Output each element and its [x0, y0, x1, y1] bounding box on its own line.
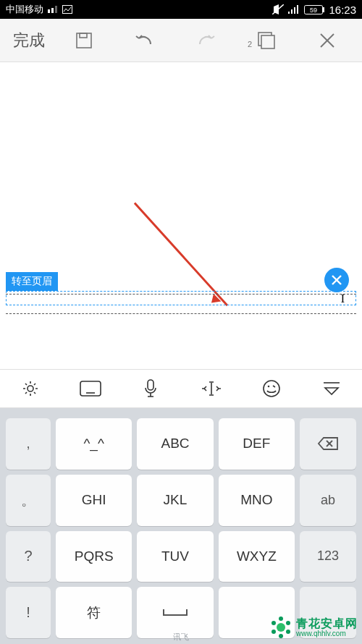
svg-point-41	[277, 623, 285, 632]
cursor-mode-button[interactable]	[181, 370, 241, 407]
svg-point-36	[268, 386, 269, 387]
svg-point-35	[264, 381, 279, 397]
svg-rect-1	[51, 8, 54, 13]
svg-rect-10	[323, 7, 324, 12]
svg-rect-2	[55, 6, 57, 13]
svg-point-44	[286, 630, 290, 634]
settings-button[interactable]	[0, 370, 60, 407]
svg-rect-5	[288, 12, 290, 14]
svg-point-22	[28, 386, 33, 391]
key-mode-123[interactable]: 123	[300, 531, 356, 582]
ime-toolbar	[0, 369, 362, 408]
svg-rect-8	[297, 5, 298, 14]
key-backspace[interactable]	[300, 418, 356, 470]
svg-rect-6	[291, 9, 292, 14]
svg-point-42	[279, 617, 283, 621]
svg-point-45	[279, 634, 283, 638]
key-exclaim[interactable]: !	[6, 587, 51, 638]
battery-icon: 59	[304, 5, 324, 14]
key-def[interactable]: DEF	[219, 418, 295, 470]
voice-input-button[interactable]	[121, 370, 181, 407]
keyboard-switch-button[interactable]	[60, 370, 120, 407]
header-close-button[interactable]	[324, 268, 349, 292]
status-icon-1	[48, 6, 58, 13]
app-toolbar: 完成 2	[0, 19, 362, 62]
carrier-label: 中国移动	[6, 3, 43, 16]
time-label: 16:23	[329, 4, 356, 16]
close-button[interactable]	[297, 33, 358, 48]
svg-text:59: 59	[310, 7, 317, 14]
undo-button[interactable]	[114, 33, 175, 48]
svg-rect-15	[261, 35, 274, 48]
key-question[interactable]: ?	[6, 531, 51, 582]
signal-icon	[288, 5, 300, 14]
svg-rect-0	[48, 9, 50, 13]
svg-point-43	[286, 621, 290, 625]
emoji-button[interactable]	[241, 370, 301, 407]
document-canvas[interactable]: 转至页眉 I	[0, 62, 362, 369]
save-button[interactable]	[54, 31, 114, 50]
key-jkl[interactable]: JKL	[137, 475, 213, 526]
mute-icon	[272, 4, 284, 14]
svg-point-46	[272, 630, 276, 634]
watermark-url: www.qhhlv.com	[296, 630, 358, 637]
key-pqrs[interactable]: PQRS	[56, 531, 132, 582]
redo-button[interactable]	[175, 33, 236, 48]
picture-icon	[62, 5, 72, 14]
header-body-divider	[6, 294, 356, 314]
svg-rect-23	[80, 381, 101, 396]
collapse-keyboard-button[interactable]	[302, 370, 362, 407]
watermark: 青花安卓网 www.qhhlv.com	[269, 615, 358, 640]
text-cursor: I	[341, 292, 345, 305]
watermark-logo-icon	[269, 615, 293, 640]
ime-brand-label: 讯飞	[173, 632, 189, 643]
go-to-header-button[interactable]: 转至页眉	[6, 272, 58, 291]
svg-rect-12	[77, 33, 91, 48]
key-wxyz[interactable]: WXYZ	[219, 531, 295, 582]
key-space[interactable]	[137, 587, 213, 638]
status-bar: 中国移动 59 16:23	[0, 0, 362, 19]
key-symbol[interactable]: 符	[56, 587, 132, 638]
page-count: 2	[248, 40, 252, 48]
svg-rect-13	[80, 33, 87, 38]
done-button[interactable]: 完成	[4, 30, 54, 51]
svg-rect-7	[294, 7, 295, 14]
key-mno[interactable]: MNO	[219, 475, 295, 526]
key-abc[interactable]: ABC	[137, 418, 213, 470]
key-ghi[interactable]: GHI	[56, 475, 132, 526]
key-mode-ab[interactable]: ab	[300, 475, 356, 526]
key-emoticon[interactable]: ^_^	[56, 418, 132, 470]
svg-marker-38	[325, 388, 338, 394]
svg-rect-3	[63, 6, 72, 14]
svg-point-47	[272, 621, 276, 625]
page-indicator-button[interactable]: 2	[236, 31, 297, 50]
svg-rect-33	[148, 380, 153, 390]
keyboard: , ^_^ ABC DEF 。 GHI JKL MNO ab ? PQRS TU…	[0, 408, 362, 644]
key-period[interactable]: 。	[6, 475, 51, 526]
watermark-name: 青花安卓网	[296, 617, 358, 630]
key-tuv[interactable]: TUV	[137, 531, 213, 582]
key-comma[interactable]: ,	[6, 418, 51, 470]
